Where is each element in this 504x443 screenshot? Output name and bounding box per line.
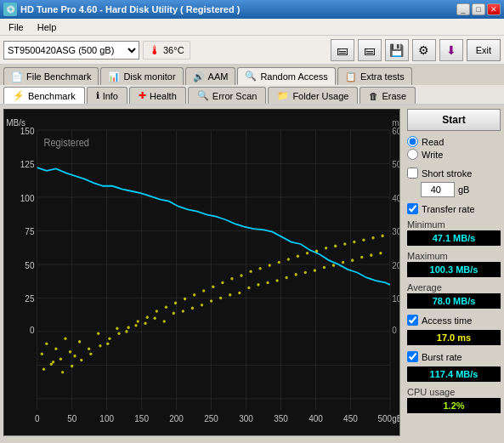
tab-error-scan[interactable]: 🔍 Error Scan [188,87,267,104]
toolbar-btn-4[interactable]: ⚙ [412,39,436,61]
svg-point-69 [201,304,203,307]
tab-benchmark[interactable]: ⚡ Benchmark [3,87,85,104]
access-time-checkbox[interactable] [407,315,418,326]
svg-point-125 [381,235,383,238]
toolbar-btn-2[interactable]: 🖴 [358,39,382,61]
tab-file-benchmark[interactable]: 📄 File Benchmark [3,67,99,85]
svg-point-118 [315,250,318,253]
maximum-label: Maximum [407,251,501,261]
svg-point-112 [258,267,261,270]
drive-select[interactable]: ST9500420ASG (500 gB) [3,41,139,60]
average-value: 78.0 MB/s [407,293,501,309]
menu-file[interactable]: File [3,20,29,34]
svg-point-58 [97,332,99,336]
svg-point-117 [306,252,309,255]
svg-point-55 [73,355,76,358]
toolbar-btn-5[interactable]: ⬇ [439,39,463,61]
right-panel: Start Read Write Short stroke gB Transfe… [404,105,504,440]
aam-icon: 🔊 [193,71,205,82]
transfer-rate-row: Transfer rate [407,203,501,214]
tab-extra-tests[interactable]: 📋 Extra tests [337,67,412,85]
svg-point-75 [257,283,259,287]
start-button[interactable]: Start [407,109,501,131]
svg-point-57 [88,347,90,350]
disk-monitor-icon: 📊 [108,71,120,82]
svg-text:350: 350 [274,414,288,423]
svg-text:0: 0 [392,326,397,335]
svg-point-77 [275,279,278,282]
svg-point-123 [362,238,365,241]
gb-input[interactable] [421,182,455,197]
cpu-usage-label: CPU usage [407,387,501,397]
read-write-group: Read Write [407,134,501,162]
svg-point-71 [219,297,222,300]
minimum-section: Minimum 47.1 MB/s [407,219,501,246]
gb-unit: gB [458,185,469,195]
benchmark-icon: ⚡ [13,90,25,101]
svg-point-121 [343,242,346,246]
info-icon: ℹ [96,90,99,101]
svg-point-103 [174,302,177,305]
short-stroke-checkbox[interactable] [407,168,418,179]
svg-text:20: 20 [392,260,399,270]
svg-text:250: 250 [204,414,218,423]
tab-info[interactable]: ℹ Info [87,87,127,104]
svg-point-64 [153,317,156,321]
svg-text:100: 100 [99,414,114,423]
svg-point-94 [89,352,92,355]
tab-erase[interactable]: 🗑 Erase [360,87,416,104]
toolbar-btn-1[interactable]: 🖴 [331,39,354,61]
tab-health[interactable]: ✚ Health [129,87,186,104]
svg-point-76 [266,281,269,285]
svg-text:500gB: 500gB [378,414,399,423]
main-content: 150 125 100 75 50 25 0 MB/s ms 60 50 40 … [0,105,504,440]
tabs-bottom: ⚡ Benchmark ℹ Info ✚ Health 🔍 Error Scan… [0,85,504,105]
health-icon: ✚ [139,90,146,101]
svg-point-59 [106,342,109,345]
read-radio[interactable] [407,136,418,147]
tab-folder-usage[interactable]: 📁 Folder Usage [268,87,358,104]
svg-point-87 [370,253,372,257]
svg-text:50: 50 [25,260,34,270]
tab-aam[interactable]: 🔊 AAM [185,67,236,85]
svg-point-99 [137,320,139,323]
app-icon: 💿 [3,3,17,16]
svg-text:125: 125 [20,160,35,169]
tab-random-access[interactable]: 🔍 Random Access [237,67,335,85]
svg-point-116 [297,255,299,258]
svg-rect-0 [4,110,399,435]
svg-point-104 [184,298,186,301]
write-radio[interactable] [407,149,418,160]
menu-help[interactable]: Help [32,20,62,34]
minimize-button[interactable]: _ [456,3,470,15]
burst-rate-checkbox[interactable] [407,351,418,362]
svg-point-73 [238,292,241,295]
svg-text:0: 0 [30,326,35,335]
chart-area: 150 125 100 75 50 25 0 MB/s ms 60 50 40 … [3,109,400,436]
svg-text:75: 75 [25,227,34,236]
svg-point-88 [379,252,382,255]
transfer-rate-checkbox[interactable] [407,203,418,214]
average-section: Average 78.0 MB/s [407,282,501,309]
svg-point-67 [182,310,184,313]
access-time-label: Access time [422,315,472,326]
svg-text:50: 50 [392,160,399,169]
toolbar-btn-3[interactable]: 💾 [385,39,409,61]
svg-point-98 [127,326,129,329]
exit-button[interactable]: Exit [467,39,501,61]
svg-text:40: 40 [392,193,399,202]
svg-point-48 [41,352,43,355]
svg-point-62 [134,324,137,327]
average-label: Average [407,282,501,292]
error-scan-icon: 🔍 [197,90,209,101]
svg-point-95 [99,344,101,348]
temperature-display: 🌡 36°C [143,41,190,60]
maximize-button[interactable]: □ [472,3,485,15]
svg-point-91 [61,371,64,374]
svg-text:400: 400 [309,414,323,423]
tab-disk-monitor[interactable]: 📊 Disk monitor [100,67,183,85]
svg-point-97 [117,332,120,336]
svg-point-119 [325,247,327,250]
svg-point-89 [42,367,45,371]
close-button[interactable]: ✕ [487,3,501,15]
